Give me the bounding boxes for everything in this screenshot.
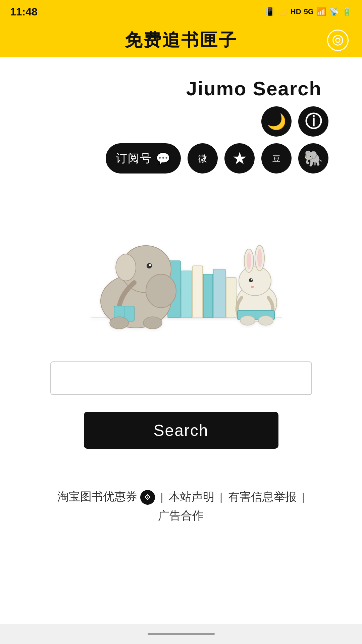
about-link[interactable]: 本站声明: [169, 489, 214, 505]
svg-point-0: [333, 36, 343, 45]
taobao-link[interactable]: 淘宝图书优惠券 ⚙: [57, 489, 155, 505]
main-content: Jiumo Search 🌙 ⓘ 订阅号 💬 微 ★ 豆 🐘: [0, 57, 362, 550]
svg-point-21: [143, 317, 162, 329]
wifi-icon: 📡: [329, 7, 339, 16]
weibo-icon[interactable]: 微: [188, 143, 218, 174]
svg-point-31: [251, 286, 254, 288]
svg-point-35: [258, 316, 273, 325]
svg-point-28: [257, 249, 262, 267]
wechat-icon: 💬: [156, 152, 171, 165]
evernote-icon[interactable]: 🐘: [298, 143, 328, 174]
svg-point-26: [247, 252, 251, 269]
svg-rect-12: [226, 278, 236, 318]
home-indicator: [148, 633, 215, 635]
footer-row-2: 广告合作: [158, 508, 204, 524]
footer-row-1: 淘宝图书优惠券 ⚙ | 本站声明 | 有害信息举报 |: [57, 489, 305, 505]
search-input[interactable]: [50, 361, 312, 395]
search-button[interactable]: Search: [84, 412, 278, 449]
svg-point-17: [149, 264, 151, 266]
svg-point-15: [116, 254, 136, 281]
favorite-icon[interactable]: ★: [224, 143, 255, 174]
douban-icon[interactable]: 豆: [261, 143, 292, 174]
svg-rect-9: [193, 266, 203, 318]
subscription-button[interactable]: 订阅号 💬: [106, 143, 181, 174]
svg-rect-10: [203, 274, 213, 318]
svg-point-24: [239, 266, 271, 296]
report-link[interactable]: 有害信息举报: [228, 489, 297, 505]
moon-status-icon: 🌙: [278, 7, 288, 16]
icon-row-top: 🌙 ⓘ: [261, 106, 328, 137]
svg-text:微: 微: [198, 154, 207, 163]
notification-icon: 📳: [265, 7, 275, 16]
separator-2: |: [220, 490, 223, 503]
settings-button[interactable]: [327, 30, 349, 51]
top-bar: 免费追书匣子: [0, 23, 362, 57]
svg-point-29: [249, 278, 253, 282]
status-time: 11:48: [10, 6, 38, 18]
app-bar-title: 免费追书匣子: [125, 29, 238, 52]
app-title: Jiumo Search: [186, 77, 322, 100]
svg-point-34: [240, 316, 255, 325]
svg-rect-11: [213, 269, 225, 318]
svg-rect-8: [181, 271, 192, 318]
signal-icon: 📶: [316, 7, 326, 16]
svg-text:豆: 豆: [272, 154, 280, 163]
search-input-wrapper: [50, 361, 312, 395]
status-bar: 11:48 📳 🌙 HD 5G 📶 📡 🔋: [0, 0, 362, 23]
svg-point-1: [336, 38, 340, 43]
separator-1: |: [160, 490, 163, 503]
5g-icon: 5G: [304, 7, 314, 16]
illustration: [64, 200, 299, 335]
separator-3: |: [302, 490, 305, 503]
subscription-label: 订阅号: [116, 151, 152, 166]
hd-icon: HD: [291, 7, 301, 16]
svg-point-30: [251, 279, 252, 281]
svg-point-20: [110, 317, 128, 329]
bottom-bar: [0, 624, 362, 644]
footer: 淘宝图书优惠券 ⚙ | 本站声明 | 有害信息举报 | 广告合作: [57, 489, 305, 524]
icon-row-bottom: 订阅号 💬 微 ★ 豆 🐘: [106, 143, 328, 174]
info-icon[interactable]: ⓘ: [298, 106, 328, 137]
moon-icon[interactable]: 🌙: [261, 106, 292, 137]
status-icons: 📳 🌙 HD 5G 📶 📡 🔋: [265, 7, 352, 16]
battery-icon: 🔋: [342, 7, 352, 16]
taobao-icon: ⚙: [140, 490, 155, 505]
ads-link[interactable]: 广告合作: [158, 508, 204, 524]
taobao-label: 淘宝图书优惠券: [57, 490, 137, 503]
svg-point-22: [146, 274, 176, 308]
